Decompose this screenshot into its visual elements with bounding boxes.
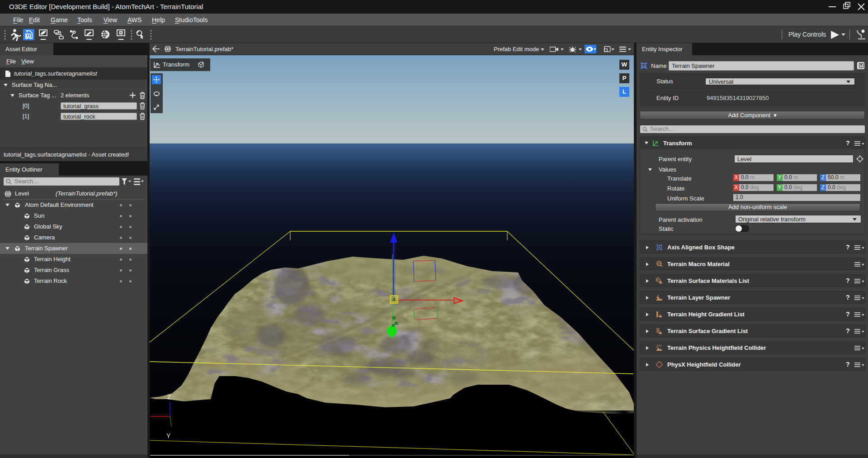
svg-text:Y: Y [166, 432, 171, 439]
svg-text:Z: Z [167, 393, 171, 401]
